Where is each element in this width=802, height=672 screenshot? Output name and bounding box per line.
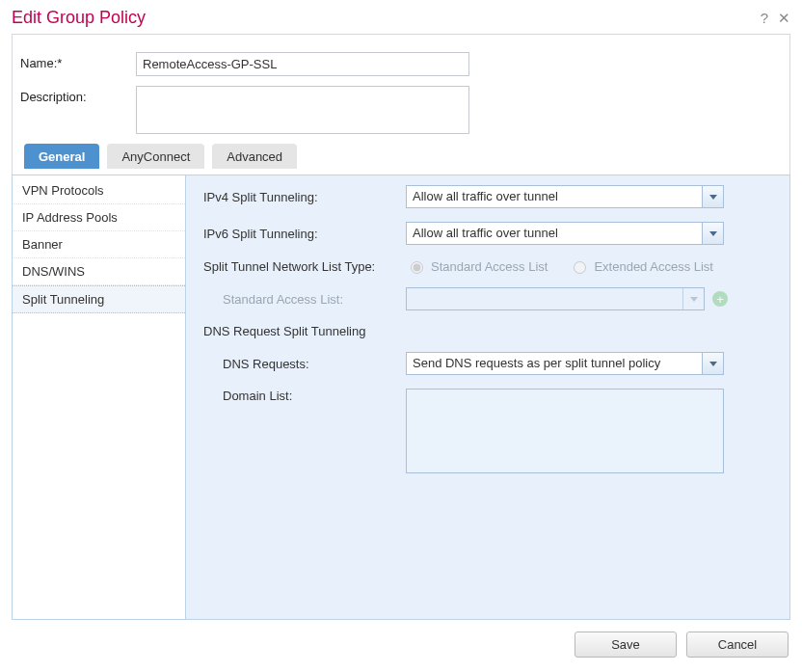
chevron-down-icon	[702, 186, 723, 207]
sidebar: VPN Protocols IP Address Pools Banner DN…	[13, 175, 186, 619]
dns-request-heading: DNS Request Split Tunneling	[203, 324, 772, 338]
sidebar-item-dns-wins[interactable]: DNS/WINS	[13, 258, 185, 285]
cancel-button[interactable]: Cancel	[686, 632, 789, 658]
ipv6-split-tunneling-value: Allow all traffic over tunnel	[407, 223, 702, 244]
close-icon[interactable]: ✕	[778, 11, 790, 25]
form-header: Name:* Description: General AnyConnect A…	[12, 34, 790, 175]
radio-extended-input[interactable]	[574, 261, 586, 274]
ipv6-split-tunneling-label: IPv6 Split Tunneling:	[203, 227, 406, 241]
tab-general[interactable]: General	[24, 144, 99, 169]
dns-requests-select[interactable]: Send DNS requests as per split tunnel po…	[406, 352, 724, 375]
network-list-type-label: Split Tunnel Network List Type:	[203, 259, 406, 274]
radio-standard-input[interactable]	[411, 261, 423, 274]
tab-anyconnect[interactable]: AnyConnect	[107, 144, 204, 169]
save-button[interactable]: Save	[575, 632, 677, 658]
add-icon[interactable]: +	[712, 291, 728, 307]
description-textarea[interactable]	[136, 86, 469, 134]
standard-access-list-value	[407, 288, 682, 309]
dns-requests-label: DNS Requests:	[203, 357, 406, 371]
radio-standard-label: Standard Access List	[431, 259, 548, 274]
radio-standard-access-list[interactable]: Standard Access List	[406, 258, 548, 274]
network-list-type-radios: Standard Access List Extended Access Lis…	[406, 258, 713, 274]
dns-requests-value: Send DNS requests as per split tunnel po…	[407, 353, 702, 374]
standard-access-list-select	[406, 287, 705, 310]
domain-list-textarea[interactable]	[406, 389, 724, 473]
tab-strip: General AnyConnect Advanced	[20, 144, 782, 169]
sidebar-item-ip-address-pools[interactable]: IP Address Pools	[13, 204, 185, 231]
ipv4-split-tunneling-label: IPv4 Split Tunneling:	[203, 190, 406, 204]
dialog-title: Edit Group Policy	[12, 8, 146, 28]
radio-extended-label: Extended Access List	[594, 259, 713, 274]
sidebar-item-banner[interactable]: Banner	[13, 231, 185, 258]
titlebar: Edit Group Policy ? ✕	[12, 8, 790, 34]
edit-group-policy-dialog: Edit Group Policy ? ✕ Name:* Description…	[0, 0, 802, 667]
name-input[interactable]	[136, 52, 469, 76]
tab-advanced[interactable]: Advanced	[212, 144, 297, 169]
ipv4-split-tunneling-value: Allow all traffic over tunnel	[407, 186, 702, 207]
dialog-button-bar: Save Cancel	[12, 620, 790, 658]
chevron-down-icon	[702, 353, 723, 374]
help-icon[interactable]: ?	[761, 11, 768, 25]
chevron-down-icon	[682, 288, 704, 309]
ipv6-split-tunneling-select[interactable]: Allow all traffic over tunnel	[406, 222, 724, 245]
domain-list-label: Domain List:	[203, 389, 406, 403]
standard-access-list-label: Standard Access List:	[203, 292, 406, 307]
titlebar-controls: ? ✕	[761, 11, 790, 25]
description-label: Description:	[20, 86, 136, 104]
content-split-tunneling: IPv4 Split Tunneling: Allow all traffic …	[186, 175, 789, 619]
radio-extended-access-list[interactable]: Extended Access List	[569, 258, 713, 274]
ipv4-split-tunneling-select[interactable]: Allow all traffic over tunnel	[406, 185, 724, 208]
tab-body: VPN Protocols IP Address Pools Banner DN…	[12, 175, 790, 620]
name-label: Name:*	[20, 52, 136, 70]
sidebar-item-split-tunneling[interactable]: Split Tunneling	[13, 285, 185, 313]
chevron-down-icon	[702, 223, 723, 244]
sidebar-item-vpn-protocols[interactable]: VPN Protocols	[13, 177, 185, 204]
